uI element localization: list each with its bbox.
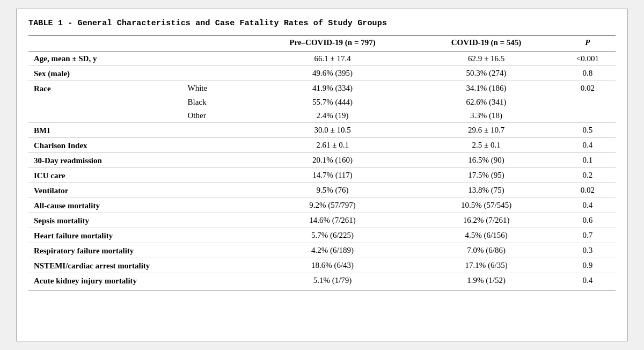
row-covid: 3.3% (18) <box>413 109 560 123</box>
row-label: ICU care <box>28 168 182 183</box>
col-subcat <box>182 36 252 52</box>
row-pre-covid: 49.6% (395) <box>252 66 413 81</box>
row-pre-covid: 5.7% (6/225) <box>252 228 413 243</box>
row-label: Heart failure mortality <box>28 228 182 243</box>
row-label: 30-Day readmission <box>28 153 182 168</box>
col-pre-covid: Pre–COVID-19 (n = 797) <box>252 36 413 52</box>
row-covid: 16.2% (7/261) <box>413 213 560 228</box>
table-row: Black55.7% (444)62.6% (341) <box>28 96 616 109</box>
row-covid: 2.5 ± 0.1 <box>413 138 560 153</box>
row-label: Sepsis mortality <box>28 213 182 228</box>
row-subcat <box>182 168 252 183</box>
table-row: ICU care14.7% (117)17.5% (95)0.2 <box>28 168 616 183</box>
row-label: Sex (male) <box>28 66 182 81</box>
row-subcat <box>182 228 252 243</box>
row-subcat <box>182 52 252 66</box>
row-label: Age, mean ± SD, y <box>28 52 182 66</box>
table-row: Acute kidney injury mortality5.1% (1/79)… <box>28 273 616 290</box>
row-subcat <box>182 243 252 258</box>
table-row: Respiratory failure mortality4.2% (6/189… <box>28 243 616 258</box>
table-row: Sex (male)49.6% (395)50.3% (274)0.8 <box>28 66 616 81</box>
row-pre-covid: 41.9% (334) <box>252 81 413 96</box>
row-pre-covid: 4.2% (6/189) <box>252 243 413 258</box>
row-p-value: <0.001 <box>560 52 616 66</box>
row-covid: 62.9 ± 16.5 <box>413 52 560 66</box>
row-label: BMI <box>28 123 182 138</box>
table-row: Heart failure mortality5.7% (6/225)4.5% … <box>28 228 616 243</box>
row-covid: 1.9% (1/52) <box>413 273 560 290</box>
row-p-value: 0.7 <box>560 228 616 243</box>
row-pre-covid: 9.5% (76) <box>252 183 413 198</box>
row-subcat <box>182 183 252 198</box>
row-p-value: 0.3 <box>560 243 616 258</box>
row-subcat <box>182 258 252 273</box>
table-row: Age, mean ± SD, y66.1 ± 17.462.9 ± 16.5<… <box>28 52 616 66</box>
row-covid: 34.1% (186) <box>413 81 560 96</box>
row-p-value: 0.4 <box>560 198 616 213</box>
table-row: Other2.4% (19)3.3% (18) <box>28 109 616 123</box>
row-label <box>28 96 182 109</box>
row-covid: 7.0% (6/86) <box>413 243 560 258</box>
row-pre-covid: 30.0 ± 10.5 <box>252 123 413 138</box>
row-p-value: 0.9 <box>560 258 616 273</box>
table-row: NSTEMI/cardiac arrest mortality18.6% (6/… <box>28 258 616 273</box>
row-pre-covid: 2.4% (19) <box>252 109 413 123</box>
row-subcat <box>182 273 252 290</box>
row-p-value <box>560 96 616 109</box>
row-subcat <box>182 66 252 81</box>
col-variable <box>28 36 182 52</box>
row-p-value: 0.5 <box>560 123 616 138</box>
table-row: Sepsis mortality14.6% (7/261)16.2% (7/26… <box>28 213 616 228</box>
table-row: Charlson Index2.61 ± 0.12.5 ± 0.10.4 <box>28 138 616 153</box>
row-pre-covid: 2.61 ± 0.1 <box>252 138 413 153</box>
row-p-value: 0.4 <box>560 273 616 290</box>
row-covid: 4.5% (6/156) <box>413 228 560 243</box>
table-header-row: Pre–COVID-19 (n = 797) COVID-19 (n = 545… <box>28 36 616 52</box>
row-covid: 13.8% (75) <box>413 183 560 198</box>
row-label: NSTEMI/cardiac arrest mortality <box>28 258 182 273</box>
row-pre-covid: 9.2% (57/797) <box>252 198 413 213</box>
table-row: All-cause mortality9.2% (57/797)10.5% (5… <box>28 198 616 213</box>
row-p-value: 0.6 <box>560 213 616 228</box>
row-subcat <box>182 138 252 153</box>
row-covid: 10.5% (57/545) <box>413 198 560 213</box>
table-title: TABLE 1 - General Characteristics and Ca… <box>28 19 616 28</box>
row-p-value: 0.1 <box>560 153 616 168</box>
row-p-value <box>560 109 616 123</box>
row-subcat <box>182 123 252 138</box>
row-pre-covid: 5.1% (1/79) <box>252 273 413 290</box>
row-subcat <box>182 213 252 228</box>
row-p-value: 0.4 <box>560 138 616 153</box>
row-label <box>28 109 182 123</box>
row-pre-covid: 66.1 ± 17.4 <box>252 52 413 66</box>
row-covid: 16.5% (90) <box>413 153 560 168</box>
row-covid: 17.1% (6/35) <box>413 258 560 273</box>
row-covid: 17.5% (95) <box>413 168 560 183</box>
row-p-value: 0.02 <box>560 81 616 96</box>
row-subcat <box>182 153 252 168</box>
row-p-value: 0.2 <box>560 168 616 183</box>
row-pre-covid: 55.7% (444) <box>252 96 413 109</box>
row-subcat <box>182 198 252 213</box>
col-p: P <box>560 36 616 52</box>
row-covid: 50.3% (274) <box>413 66 560 81</box>
table-row: Ventilator9.5% (76)13.8% (75)0.02 <box>28 183 616 198</box>
row-subcat: White <box>182 81 252 96</box>
table-body: Age, mean ± SD, y66.1 ± 17.462.9 ± 16.5<… <box>28 52 616 290</box>
row-label: Ventilator <box>28 183 182 198</box>
row-covid: 62.6% (341) <box>413 96 560 109</box>
row-subcat: Black <box>182 96 252 109</box>
row-label: Acute kidney injury mortality <box>28 273 182 290</box>
row-pre-covid: 14.7% (117) <box>252 168 413 183</box>
row-label: Respiratory failure mortality <box>28 243 182 258</box>
row-pre-covid: 20.1% (160) <box>252 153 413 168</box>
row-subcat: Other <box>182 109 252 123</box>
row-p-value: 0.8 <box>560 66 616 81</box>
data-table: Pre–COVID-19 (n = 797) COVID-19 (n = 545… <box>28 35 616 290</box>
row-pre-covid: 18.6% (6/43) <box>252 258 413 273</box>
col-covid: COVID-19 (n = 545) <box>413 36 560 52</box>
table-row: 30-Day readmission20.1% (160)16.5% (90)0… <box>28 153 616 168</box>
table-container: TABLE 1 - General Characteristics and Ca… <box>16 9 628 341</box>
row-label: Race <box>28 81 182 96</box>
table-row: BMI30.0 ± 10.529.6 ± 10.70.5 <box>28 123 616 138</box>
